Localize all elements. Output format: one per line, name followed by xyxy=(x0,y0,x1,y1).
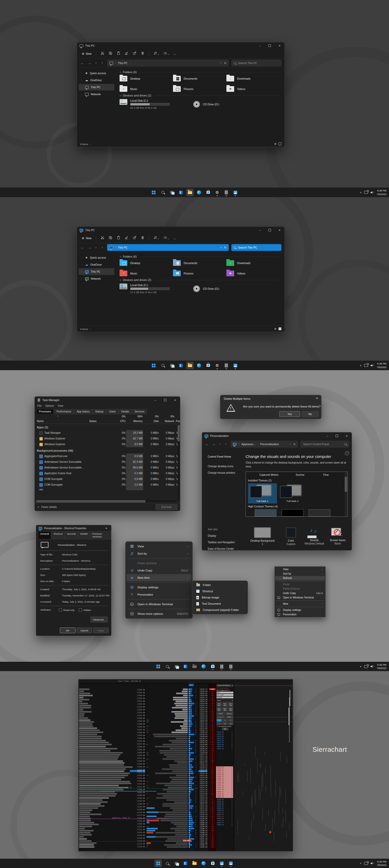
drive-cd[interactable]: CD Drive (D:) xyxy=(193,99,254,109)
menu-item-sort-by[interactable]: Sort by› xyxy=(275,571,325,576)
submenu-item-folder[interactable]: Folder xyxy=(193,582,247,588)
close-button[interactable]: ✕ xyxy=(342,432,352,439)
menu-item-paste-shortcut[interactable]: Paste shortcut xyxy=(127,560,191,567)
edge-button[interactable] xyxy=(196,189,203,196)
drive-local-disk[interactable]: Local Disk (C:)27.4 GB free of 49.4 GB xyxy=(120,283,193,293)
start-button[interactable] xyxy=(155,860,162,867)
media-app-button[interactable] xyxy=(218,860,225,867)
reverse-button[interactable]: Reverse xyxy=(225,712,234,715)
qty-12-button[interactable]: 12 xyxy=(222,722,227,725)
change-mouse-pointers-link[interactable]: Change mouse pointers xyxy=(208,471,235,474)
yes-button[interactable]: Yes xyxy=(279,411,300,417)
recent-locations-chevron[interactable]: ∨ xyxy=(95,246,97,249)
large-icons-view-icon[interactable] xyxy=(279,328,281,331)
cancel-all-button[interactable]: Cancel All xyxy=(217,715,225,718)
group-header-devices[interactable]: ∨Devices and drives (2) xyxy=(120,278,280,281)
clock[interactable]: 6:35 PM7/5/2023 xyxy=(377,860,386,867)
close-button[interactable]: ✕ xyxy=(274,42,285,49)
edge-button[interactable] xyxy=(200,860,207,867)
sidebar-item-network[interactable]: ›Network xyxy=(78,275,115,282)
up-button[interactable]: ↑ xyxy=(100,246,104,249)
tab-previous-versions[interactable]: Previous Versions xyxy=(90,531,111,539)
folder-pictures[interactable]: Pictures xyxy=(173,86,226,92)
taskbar-app-blue[interactable] xyxy=(182,860,189,867)
forward-button[interactable]: → xyxy=(212,442,216,446)
folder-desktop[interactable]: Desktop xyxy=(120,260,173,266)
maximize-button[interactable] xyxy=(160,397,170,403)
process-row-clipped[interactable] xyxy=(35,488,180,490)
sidebar-item-onedrive[interactable]: ›☁OneDrive xyxy=(78,77,115,84)
folder-desktop[interactable]: Desktop xyxy=(120,76,173,82)
submenu-item-text-document[interactable]: Text Document xyxy=(193,600,247,607)
folder-videos[interactable]: ▶Videos xyxy=(226,271,280,276)
share-icon[interactable] xyxy=(133,51,136,56)
expand-chevron-icon[interactable]: › xyxy=(36,461,37,463)
up-button[interactable]: ↑ xyxy=(224,442,228,446)
folder-videos[interactable]: ▶Videos xyxy=(226,86,280,92)
back-button[interactable]: ← xyxy=(80,61,85,65)
high-contrast-theme[interactable] xyxy=(309,509,330,517)
view-button[interactable]: ∨ xyxy=(163,51,169,56)
close-button[interactable]: ✕ xyxy=(170,397,180,403)
folder-music[interactable]: ♪Music xyxy=(120,86,173,92)
breadcrumb-item[interactable]: Personalization xyxy=(260,442,279,446)
new-button[interactable]: ⊕New xyxy=(82,52,92,56)
tab-performance[interactable]: Performance xyxy=(54,409,74,414)
task-manager-button-2[interactable] xyxy=(227,663,234,670)
theme-label[interactable]: Captured Motion xyxy=(259,473,279,476)
menu-item-show-more-options[interactable]: Show more optionsShift+F10 xyxy=(127,610,191,617)
flatten-button[interactable]: Flatten xyxy=(217,712,225,715)
minimize-button[interactable]: – xyxy=(151,397,160,403)
volume-muted-icon[interactable]: × xyxy=(370,665,374,668)
submenu-item-shortcut[interactable]: Shortcut xyxy=(193,588,247,594)
search-input[interactable] xyxy=(303,442,343,446)
sidebar-item-onedrive[interactable]: ›☁OneDrive xyxy=(78,261,115,268)
task-view-button[interactable] xyxy=(173,860,180,867)
menu-item-view[interactable]: View› xyxy=(127,543,191,550)
process-row[interactable]: COM Surrogate0%2.0 MB0 MB/s0 MbpsVe xyxy=(35,482,180,488)
sidebar-item-quick-access[interactable]: ›★Quick access xyxy=(78,254,115,261)
breadcrumb[interactable]: › This PC ∨↻ xyxy=(107,244,229,251)
menu-item-paste-shortcut[interactable]: Paste shortcut xyxy=(275,587,325,591)
control-panel-home-link[interactable]: Control Panel Home xyxy=(208,455,235,458)
taskbar-app-blue[interactable] xyxy=(177,362,185,369)
tab-details[interactable]: Details xyxy=(119,409,132,414)
sidebar-item-this-pc[interactable]: ›This PC xyxy=(78,84,115,91)
store-button[interactable] xyxy=(209,860,216,867)
network-tray-icon[interactable] xyxy=(364,665,368,668)
minimize-button[interactable]: – xyxy=(255,42,265,49)
sidebar-item-this-pc[interactable]: ›This PC xyxy=(78,268,115,275)
display-link[interactable]: Display xyxy=(208,534,235,537)
details-view-icon[interactable]: ≣ xyxy=(274,143,277,146)
menu-item-sort-by[interactable]: Sort by› xyxy=(127,550,191,557)
position-field[interactable]: Flat xyxy=(217,691,233,694)
back-button[interactable]: ← xyxy=(205,442,209,446)
tab-shortcut[interactable]: Shortcut xyxy=(51,531,65,539)
read-only-checkbox[interactable] xyxy=(59,608,62,612)
menu-item-undo-copy[interactable]: ↺Undo CopyCtrl+Z xyxy=(127,567,191,574)
title-bar[interactable]: This PC – ✕ xyxy=(77,227,285,234)
rename-icon[interactable] xyxy=(125,236,128,241)
tab-services[interactable]: Services xyxy=(132,409,147,414)
breadcrumb-item[interactable]: This PC xyxy=(118,246,127,249)
start-button[interactable] xyxy=(155,663,162,670)
menu-file[interactable]: File xyxy=(37,404,41,407)
screen-saver-item[interactable]: ● ● Screen SaverNone xyxy=(323,527,352,545)
menu-item-new[interactable]: New› xyxy=(275,601,325,606)
submenu-item-bitmap[interactable]: Bitmap image xyxy=(193,594,247,600)
minimize-button[interactable]: – xyxy=(322,432,332,439)
tab-users[interactable]: Users xyxy=(106,409,118,414)
apply-button[interactable]: Apply xyxy=(93,627,109,633)
search-box[interactable] xyxy=(231,244,281,251)
paste-icon[interactable] xyxy=(117,236,120,241)
sidebar-item-network[interactable]: ›Network xyxy=(78,91,115,97)
theme-label[interactable]: Flow xyxy=(323,473,329,476)
up-button[interactable]: ↑ xyxy=(100,61,104,65)
media-app-button-2[interactable] xyxy=(227,860,234,867)
menu-view[interactable]: View xyxy=(58,404,64,407)
horizontal-scrollbar[interactable] xyxy=(36,500,176,502)
rename-icon[interactable] xyxy=(125,51,128,56)
desktop-background-item[interactable]: Desktop Background1 xyxy=(248,527,277,546)
panel-tabs[interactable]: Main Targets Set C A xyxy=(217,689,233,691)
clock[interactable]: 6:35 PM7/5/2023 xyxy=(377,189,386,196)
